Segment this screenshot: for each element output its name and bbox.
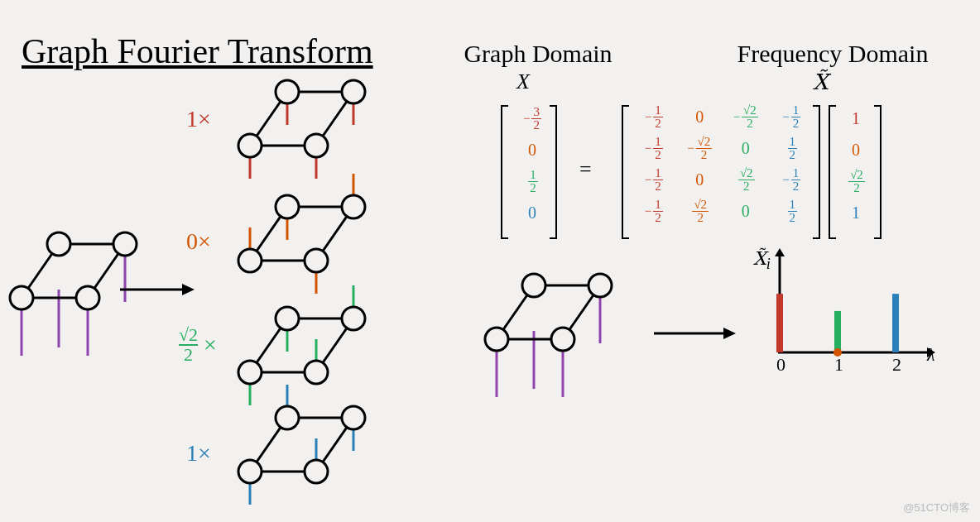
symbol-Xtilde: X̃ <box>813 69 829 95</box>
svg-point-47 <box>305 361 328 384</box>
svg-point-58 <box>238 460 262 483</box>
matrix-U: − 1 2 0 − √2 2 − 1 2 − 1 2 − √2 2 0 1 2 … <box>631 101 814 227</box>
svg-point-9 <box>76 286 99 309</box>
svg-point-61 <box>342 406 365 429</box>
svg-rect-80 <box>776 294 783 352</box>
svg-point-35 <box>305 249 328 272</box>
svg-point-34 <box>238 249 262 272</box>
header-graph-domain: Graph Domain <box>447 40 629 68</box>
svg-point-24 <box>276 80 299 103</box>
watermark: @51CTO博客 <box>903 500 970 515</box>
svg-rect-81 <box>834 311 841 352</box>
vector-X: − 3 2 0 1 2 0 <box>508 103 556 228</box>
svg-point-8 <box>10 286 33 309</box>
svg-marker-75 <box>723 328 736 339</box>
page-title: Graph Fourier Transform <box>22 31 373 71</box>
svg-point-36 <box>276 195 299 218</box>
graph-basis-4 <box>233 397 391 522</box>
svg-point-60 <box>276 406 299 429</box>
vector-Xtilde: 10 √2 2 1 <box>838 103 874 228</box>
graph-signal-right <box>480 265 637 405</box>
header-frequency-domain: Frequency Domain <box>717 40 949 68</box>
arrow-decompose <box>120 277 195 302</box>
coef-4: 1× <box>186 440 211 467</box>
svg-point-22 <box>238 134 262 157</box>
svg-point-37 <box>342 195 365 218</box>
svg-point-59 <box>305 460 328 483</box>
svg-point-71 <box>551 328 574 351</box>
svg-point-23 <box>305 134 328 157</box>
svg-point-48 <box>276 307 299 330</box>
svg-point-11 <box>113 232 137 256</box>
svg-point-72 <box>522 274 545 297</box>
xtick-2: 2 <box>892 354 901 376</box>
svg-point-70 <box>485 328 508 351</box>
equals-sign: = <box>579 157 592 182</box>
coef-1: 1× <box>186 106 211 132</box>
svg-rect-82 <box>892 294 899 352</box>
svg-point-10 <box>47 232 70 256</box>
svg-point-73 <box>588 274 612 297</box>
svg-marker-13 <box>182 284 195 295</box>
xaxis-label: λ <box>927 344 935 366</box>
graph-basis-2 <box>233 186 391 310</box>
coef-3: √2 2 × <box>179 326 217 364</box>
svg-point-49 <box>342 307 365 330</box>
yaxis-label: X̃i <box>753 248 771 273</box>
arrow-spectrum <box>654 321 737 346</box>
graph-signal-left <box>5 223 162 381</box>
spectrum-chart <box>761 253 935 377</box>
svg-point-25 <box>342 80 365 103</box>
graph-basis-1 <box>233 71 391 187</box>
svg-point-46 <box>238 361 262 384</box>
coef-2: 0× <box>186 228 211 255</box>
xtick-0: 0 <box>776 354 785 376</box>
symbol-X: X <box>516 69 530 94</box>
xtick-1: 1 <box>834 354 843 376</box>
